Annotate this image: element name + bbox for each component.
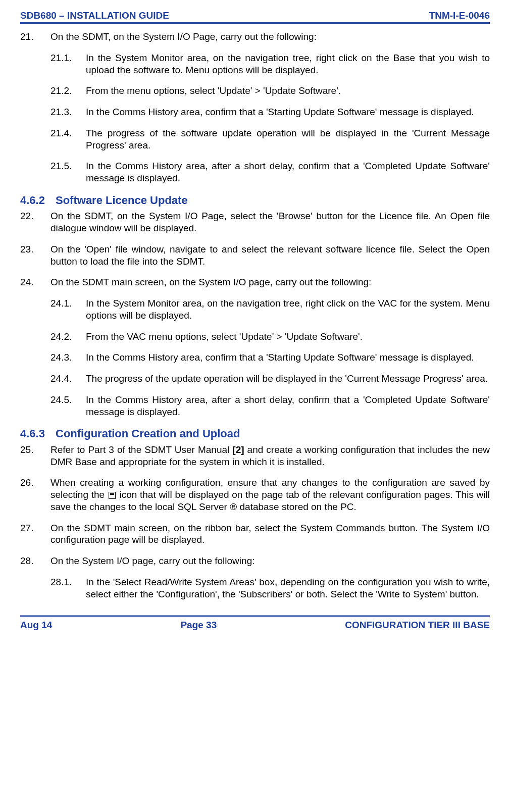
substep-text: In the Comms History area, after a short… <box>86 394 490 418</box>
step-text: Refer to Part 3 of the SDMT User Manual … <box>50 444 490 468</box>
step-number: 21. <box>20 31 50 43</box>
step-28: 28. On the System I/O page, carry out th… <box>20 555 490 567</box>
footer-page-number: Page 33 <box>180 620 217 631</box>
reference-bold: [2] <box>232 444 244 455</box>
substep-text: In the 'Select Read/Write System Areas' … <box>86 576 490 600</box>
step-21-3: 21.3. In the Comms History area, confirm… <box>50 106 490 118</box>
substep-number: 21.1. <box>50 52 86 76</box>
substep-number: 24.1. <box>50 297 86 322</box>
step-text: On the System I/O page, carry out the fo… <box>50 555 490 567</box>
substep-number: 28.1. <box>50 576 86 600</box>
step-21-4: 21.4. The progress of the software updat… <box>50 127 490 151</box>
page-header: SDB680 – INSTALLATION GUIDE TNM-I-E-0046 <box>20 10 490 24</box>
substep-text: In the Comms History area, after a short… <box>86 160 490 184</box>
step-text: On the SDMT main screen, on the System I… <box>50 276 490 288</box>
step-28-1: 28.1. In the 'Select Read/Write System A… <box>50 576 490 600</box>
step-24-5: 24.5. In the Comms History area, after a… <box>50 394 490 418</box>
save-icon <box>109 492 116 499</box>
step-number: 28. <box>20 555 50 567</box>
step-number: 27. <box>20 522 50 546</box>
step-text: On the SDMT, on the System I/O Page, sel… <box>50 210 490 234</box>
step-26: 26. When creating a working configuratio… <box>20 477 490 513</box>
footer-left: Aug 14 <box>20 620 52 631</box>
step-number: 23. <box>20 243 50 268</box>
step-text: On the SDMT main screen, on the ribbon b… <box>50 522 490 546</box>
substep-text: From the VAC menu options, select 'Updat… <box>86 331 490 343</box>
substep-number: 21.2. <box>50 85 86 97</box>
step-21-1: 21.1. In the System Monitor area, on the… <box>50 52 490 76</box>
step-24-2: 24.2. From the VAC menu options, select … <box>50 331 490 343</box>
header-left: SDB680 – INSTALLATION GUIDE <box>20 10 169 21</box>
step-23: 23. On the 'Open' file window, navigate … <box>20 243 490 268</box>
substep-text: The progress of the update operation wil… <box>86 373 490 385</box>
section-number: 4.6.3 <box>20 427 56 441</box>
text-fragment: icon that will be displayed on the page … <box>50 489 490 512</box>
text-fragment: Refer to Part 3 of the SDMT User Manual <box>50 444 232 455</box>
substep-text: The progress of the software update oper… <box>86 127 490 151</box>
step-text: When creating a working configuration, e… <box>50 477 490 513</box>
step-24-4: 24.4. The progress of the update operati… <box>50 373 490 385</box>
step-21-5: 21.5. In the Comms History area, after a… <box>50 160 490 184</box>
substep-number: 24.3. <box>50 351 86 364</box>
substep-text: In the System Monitor area, on the navig… <box>86 52 490 76</box>
substep-number: 24.4. <box>50 373 86 385</box>
substep-text: In the Comms History area, confirm that … <box>86 106 490 118</box>
section-title: Configuration Creation and Upload <box>56 427 240 441</box>
step-text: On the SDMT, on the System I/O Page, car… <box>50 31 490 43</box>
substep-number: 21.4. <box>50 127 86 151</box>
section-title: Software Licence Update <box>56 193 188 208</box>
header-right: TNM-I-E-0046 <box>429 10 490 21</box>
substep-number: 24.5. <box>50 394 86 418</box>
substep-number: 24.2. <box>50 331 86 343</box>
substep-number: 21.5. <box>50 160 86 184</box>
step-24-3: 24.3. In the Comms History area, confirm… <box>50 351 490 364</box>
body-content: 21. On the SDMT, on the System I/O Page,… <box>20 31 490 600</box>
step-25: 25. Refer to Part 3 of the SDMT User Man… <box>20 444 490 468</box>
substep-text: In the Comms History area, confirm that … <box>86 351 490 364</box>
substep-text: In the System Monitor area, on the navig… <box>86 297 490 322</box>
section-number: 4.6.2 <box>20 193 56 208</box>
section-4-6-2-heading: 4.6.2 Software Licence Update <box>20 193 490 208</box>
step-24: 24. On the SDMT main screen, on the Syst… <box>20 276 490 288</box>
step-number: 24. <box>20 276 50 288</box>
section-4-6-3-heading: 4.6.3 Configuration Creation and Upload <box>20 427 490 441</box>
substep-text: From the menu options, select 'Update' >… <box>86 85 490 97</box>
step-number: 25. <box>20 444 50 468</box>
step-22: 22. On the SDMT, on the System I/O Page,… <box>20 210 490 234</box>
step-21: 21. On the SDMT, on the System I/O Page,… <box>20 31 490 43</box>
step-number: 26. <box>20 477 50 513</box>
page-footer: Aug 14 Page 33 CONFIGURATION TIER III BA… <box>20 615 490 631</box>
footer-right: CONFIGURATION TIER III BASE <box>345 620 490 631</box>
step-21-2: 21.2. From the menu options, select 'Upd… <box>50 85 490 97</box>
step-text: On the 'Open' file window, navigate to a… <box>50 243 490 268</box>
step-number: 22. <box>20 210 50 234</box>
step-24-1: 24.1. In the System Monitor area, on the… <box>50 297 490 322</box>
substep-number: 21.3. <box>50 106 86 118</box>
step-27: 27. On the SDMT main screen, on the ribb… <box>20 522 490 546</box>
